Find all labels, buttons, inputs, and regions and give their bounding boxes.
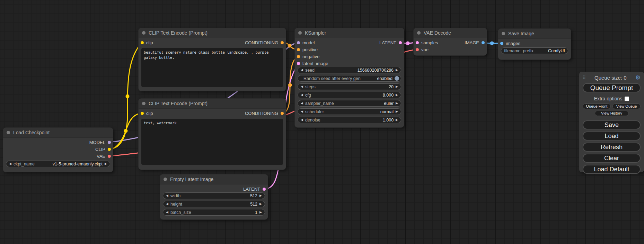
queue-front-button[interactable]: Queue Front [583, 103, 611, 109]
node-titlebar[interactable]: VAE Decode [414, 28, 487, 38]
increment-arrow-icon[interactable]: ▶ [396, 118, 398, 121]
collapse-dot-icon[interactable] [298, 31, 302, 35]
negative-prompt-textarea[interactable]: text, watermark [141, 119, 283, 165]
queue-prompt-button[interactable]: Queue Prompt [583, 83, 641, 92]
widget-sampler-name[interactable]: ◀ sampler_name euler ▶ [298, 100, 401, 107]
input-slot-samples[interactable] [416, 41, 419, 44]
decrement-arrow-icon[interactable]: ◀ [301, 69, 303, 72]
widget-cfg[interactable]: ◀ cfg 8.000 ▶ [298, 92, 401, 98]
output-slot-conditioning[interactable] [281, 112, 284, 115]
node-clip-text-encode-negative[interactable]: CLIP Text Encode (Prompt) clip CONDITION… [139, 99, 286, 170]
refresh-button[interactable]: Refresh [583, 143, 641, 152]
node-ksampler[interactable]: KSampler model LATENT positive negative … [295, 28, 404, 127]
decrement-arrow-icon[interactable]: ◀ [166, 202, 168, 206]
widget-random-seed-toggle[interactable]: Random seed after every gen enabled [298, 75, 401, 82]
node-titlebar[interactable]: Load Checkpoint [3, 128, 113, 138]
positive-prompt-textarea[interactable]: beautiful scenery nature glass bottle la… [141, 48, 283, 87]
decrement-arrow-icon[interactable]: ◀ [9, 162, 11, 165]
input-slot-latent-image[interactable] [297, 62, 300, 65]
widget-value: normal [380, 109, 394, 114]
collapse-dot-icon[interactable] [164, 178, 167, 181]
reroute-dot[interactable] [126, 94, 130, 98]
widget-denoise[interactable]: ◀ denoise 1.000 ▶ [298, 117, 401, 123]
widget-value: 156680208700286 [358, 68, 394, 73]
save-button[interactable]: Save [583, 120, 641, 129]
node-titlebar[interactable]: Empty Latent Image [160, 174, 268, 184]
collapse-dot-icon[interactable] [502, 32, 505, 35]
node-save-image[interactable]: Save Image images filename_prefix ComfyU… [498, 29, 571, 60]
widget-ckpt-name[interactable]: ◀ ckpt_name v1-5-pruned-emaonly.ckpt ▶ [6, 161, 110, 167]
node-load-checkpoint[interactable]: Load Checkpoint MODEL CLIP VAE ◀ ckpt_na… [3, 128, 113, 172]
output-slot-latent[interactable] [263, 188, 266, 191]
decrement-arrow-icon[interactable]: ◀ [301, 85, 303, 88]
decrement-arrow-icon[interactable]: ◀ [301, 110, 303, 113]
widget-label: denoise [305, 118, 381, 123]
node-titlebar[interactable]: Save Image [498, 29, 571, 39]
clear-button[interactable]: Clear [583, 154, 641, 163]
increment-arrow-icon[interactable]: ▶ [259, 211, 262, 214]
collapse-dot-icon[interactable] [142, 31, 145, 35]
decrement-arrow-icon[interactable]: ◀ [166, 211, 168, 214]
input-slot-model[interactable] [297, 41, 300, 44]
drag-handle-icon[interactable]: ⠿ [583, 75, 586, 80]
node-empty-latent-image[interactable]: Empty Latent Image LATENT ◀ width 512 ▶ … [160, 174, 268, 219]
decrement-arrow-icon[interactable]: ◀ [301, 102, 303, 105]
input-slot-clip[interactable] [141, 112, 144, 115]
widget-scheduler[interactable]: ◀ scheduler normal ▶ [298, 108, 401, 115]
gear-icon[interactable]: ⚙ [635, 75, 641, 81]
collapse-dot-icon[interactable] [417, 31, 421, 35]
queue-panel[interactable]: ⠿ Queue size: 0 ⚙ Queue Prompt Extra opt… [579, 72, 644, 172]
node-titlebar[interactable]: CLIP Text Encode (Prompt) [139, 28, 286, 38]
wire-clip-negative [109, 113, 142, 149]
widget-width[interactable]: ◀ width 512 ▶ [163, 192, 265, 199]
reroute-dot[interactable] [406, 42, 410, 45]
output-slot-vae[interactable] [108, 155, 111, 158]
decrement-arrow-icon[interactable]: ◀ [301, 93, 303, 97]
increment-arrow-icon[interactable]: ▶ [396, 93, 398, 97]
collapse-dot-icon[interactable] [142, 102, 145, 105]
load-default-button[interactable]: Load Default [583, 165, 641, 174]
increment-arrow-icon[interactable]: ▶ [259, 194, 262, 197]
reroute-dot[interactable] [124, 129, 128, 133]
node-titlebar[interactable]: CLIP Text Encode (Prompt) [139, 99, 286, 109]
increment-arrow-icon[interactable]: ▶ [396, 102, 398, 105]
widget-value: ComfyUI [548, 48, 565, 53]
input-slot-vae[interactable] [416, 48, 419, 51]
reroute-dot[interactable] [288, 83, 292, 87]
input-slot-negative[interactable] [297, 55, 300, 58]
output-slot-image[interactable] [482, 41, 485, 44]
reroute-dot[interactable] [288, 44, 292, 48]
view-queue-button[interactable]: View Queue [612, 103, 641, 109]
reroute-dot[interactable] [490, 42, 494, 45]
input-slot-images[interactable] [500, 42, 503, 45]
input-slot-positive[interactable] [297, 48, 300, 51]
input-slot-clip[interactable] [141, 41, 144, 44]
widget-height[interactable]: ◀ height 512 ▶ [163, 201, 265, 207]
node-vae-decode[interactable]: VAE Decode samples IMAGE vae [414, 28, 487, 55]
collapse-dot-icon[interactable] [7, 131, 10, 134]
output-slot-clip[interactable] [108, 148, 111, 151]
node-clip-text-encode-positive[interactable]: CLIP Text Encode (Prompt) clip CONDITION… [139, 28, 286, 91]
widget-seed[interactable]: ◀ seed 156680208700286 ▶ [298, 67, 401, 73]
output-slot-conditioning[interactable] [281, 41, 284, 44]
increment-arrow-icon[interactable]: ▶ [396, 69, 398, 72]
toggle-knob-icon[interactable] [395, 76, 399, 81]
node-graph-canvas[interactable]: CLIP Text Encode (Prompt) clip CONDITION… [0, 0, 644, 244]
output-slot-model[interactable] [108, 141, 111, 144]
output-slot-latent[interactable] [399, 41, 402, 44]
decrement-arrow-icon[interactable]: ◀ [301, 118, 303, 121]
node-titlebar[interactable]: KSampler [295, 28, 404, 38]
wire-clip-positive [109, 43, 142, 149]
input-label: positive [302, 47, 318, 52]
increment-arrow-icon[interactable]: ▶ [105, 162, 107, 165]
extra-options-checkbox[interactable] [625, 97, 629, 101]
widget-steps[interactable]: ◀ steps 20 ▶ [298, 83, 401, 90]
load-button[interactable]: Load [583, 132, 641, 141]
view-history-button[interactable]: View History [595, 111, 629, 116]
increment-arrow-icon[interactable]: ▶ [396, 110, 398, 113]
increment-arrow-icon[interactable]: ▶ [259, 202, 262, 206]
decrement-arrow-icon[interactable]: ◀ [166, 194, 168, 197]
widget-batch-size[interactable]: ◀ batch_size 1 ▶ [163, 209, 265, 216]
widget-filename-prefix[interactable]: filename_prefix ComfyUI [501, 47, 568, 54]
increment-arrow-icon[interactable]: ▶ [396, 85, 398, 88]
